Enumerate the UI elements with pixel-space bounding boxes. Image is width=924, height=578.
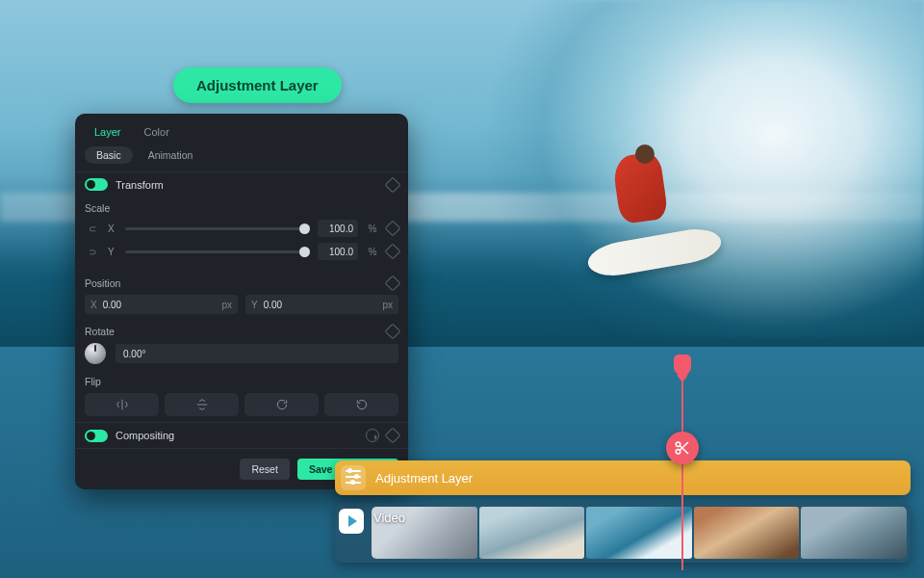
flip-label: Flip <box>85 376 398 387</box>
tab-layer[interactable]: Layer <box>85 121 131 143</box>
transform-keyframe-icon[interactable] <box>385 176 401 193</box>
position-x-value: 0.00 <box>103 300 222 310</box>
video-thumbnail <box>694 507 800 559</box>
panel-tabs: Layer Color <box>75 114 408 143</box>
compositing-title: Compositing <box>116 430 366 441</box>
position-y-unit: px <box>382 300 393 310</box>
flip-horizontal-button[interactable] <box>85 393 159 416</box>
position-x-field[interactable]: X 0.00 px <box>85 295 238 314</box>
adjustment-layer-track-label: Adjustment Layer <box>375 471 473 486</box>
position-x-unit: px <box>221 300 232 310</box>
compositing-keyframe-icon[interactable] <box>385 428 401 444</box>
scale-link-icon-bottom[interactable]: ⊃ <box>85 247 100 257</box>
rotate-label: Rotate <box>85 326 398 337</box>
compositing-reset-icon[interactable] <box>366 429 379 442</box>
surfer-illustration <box>597 144 693 279</box>
svg-point-1 <box>676 450 680 455</box>
position-y-value: 0.00 <box>264 300 383 310</box>
position-keyframe-icon[interactable] <box>385 276 401 292</box>
flip-vertical-icon <box>195 398 209 411</box>
rotate-cw-icon <box>275 398 289 411</box>
adjustment-layer-icon <box>341 465 366 490</box>
rotate-value[interactable]: 0.00° <box>116 344 398 363</box>
section-compositing: Compositing <box>75 422 408 449</box>
scale-x-axis: X <box>108 223 117 234</box>
flip-group: Flip <box>75 370 408 422</box>
scale-label: Scale <box>85 202 398 214</box>
properties-panel: Layer Color Basic Animation Transform Sc… <box>75 114 408 489</box>
video-thumbnail <box>586 507 692 559</box>
scale-group: Scale ⊂ X 100.0 % ⊃ Y 100.0 % <box>75 197 408 272</box>
tab-color[interactable]: Color <box>135 121 179 143</box>
position-label: Position <box>85 277 398 289</box>
scale-y-row: ⊃ Y 100.0 % <box>85 243 398 260</box>
subtab-basic[interactable]: Basic <box>85 146 133 164</box>
scale-link-icon[interactable]: ⊂ <box>85 223 100 234</box>
flip-vertical-button[interactable] <box>165 393 239 416</box>
rotate-dial[interactable] <box>85 343 106 364</box>
scale-x-value[interactable]: 100.0 <box>318 220 358 237</box>
video-thumbnails <box>372 507 907 559</box>
panel-subtabs: Basic Animation <box>75 143 408 171</box>
transform-title: Transform <box>116 179 387 191</box>
playhead-marker-icon[interactable] <box>674 355 691 376</box>
scale-y-unit: % <box>366 247 379 257</box>
rotate-ccw-button[interactable] <box>324 393 398 416</box>
timeline: Adjustment Layer Video <box>335 460 911 570</box>
rotate-cw-button[interactable] <box>244 393 319 416</box>
transform-toggle[interactable] <box>85 178 108 191</box>
scale-x-row: ⊂ X 100.0 % <box>85 220 398 237</box>
reset-button[interactable]: Reset <box>240 459 289 480</box>
scale-y-value[interactable]: 100.0 <box>318 243 358 260</box>
position-y-axis: Y <box>251 300 258 310</box>
rotate-ccw-icon <box>355 398 369 411</box>
adjustment-layer-badge: Adjustment Layer <box>173 67 342 103</box>
video-thumbnail <box>479 507 585 559</box>
rotate-keyframe-icon[interactable] <box>385 324 401 340</box>
video-track-label: Video <box>373 511 405 525</box>
scale-y-slider[interactable] <box>125 250 310 253</box>
subtab-animation[interactable]: Animation <box>137 146 205 164</box>
playhead[interactable] <box>681 355 683 570</box>
scissors-icon <box>674 439 691 457</box>
compositing-toggle[interactable] <box>85 430 108 442</box>
cut-button[interactable] <box>666 432 699 464</box>
flip-horizontal-icon <box>116 398 129 411</box>
scale-y-keyframe-icon[interactable] <box>385 244 401 260</box>
scale-y-axis: Y <box>108 247 117 257</box>
video-play-icon <box>339 509 364 534</box>
position-y-field[interactable]: Y 0.00 px <box>245 295 398 314</box>
playhead-line <box>681 374 683 570</box>
rotate-group: Rotate 0.00° <box>75 320 408 370</box>
scale-x-unit: % <box>366 223 379 234</box>
position-x-axis: X <box>90 300 97 310</box>
video-thumbnail <box>801 507 907 559</box>
svg-point-0 <box>676 442 680 447</box>
position-group: Position X 0.00 px Y 0.00 px <box>75 272 408 320</box>
video-track[interactable]: Video <box>335 503 911 563</box>
adjustment-layer-track[interactable]: Adjustment Layer <box>335 460 911 495</box>
scale-x-slider[interactable] <box>125 227 310 230</box>
scale-x-keyframe-icon[interactable] <box>385 221 401 237</box>
section-transform: Transform <box>75 171 408 197</box>
